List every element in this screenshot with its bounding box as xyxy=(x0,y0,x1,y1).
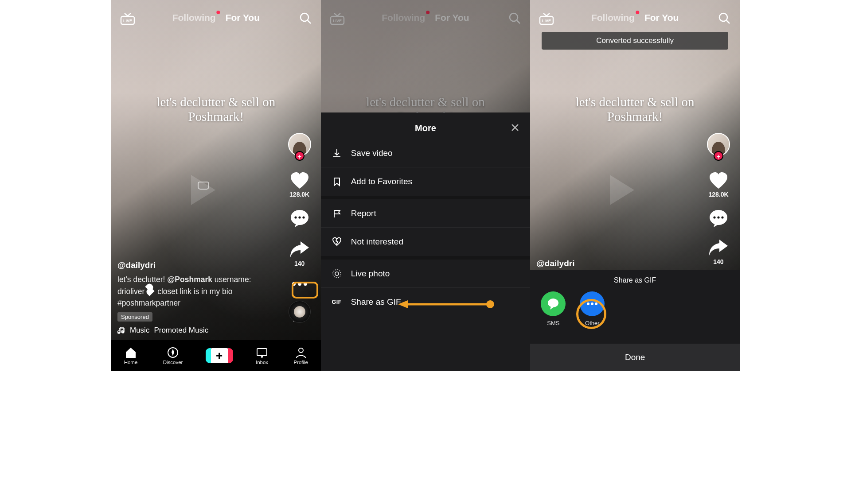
screenshot-1: LIVE Following For You let's declutter &… xyxy=(111,0,321,371)
toast-converted: Converted successfully xyxy=(542,32,728,50)
svg-point-30 xyxy=(548,299,558,307)
svg-point-31 xyxy=(587,302,589,305)
right-rail: + 128.0K 140 xyxy=(286,133,313,323)
search-icon[interactable] xyxy=(718,12,731,27)
live-icon[interactable]: LIVE xyxy=(539,12,554,27)
like-count: 128.0K xyxy=(289,191,309,198)
svg-point-9 xyxy=(303,282,307,286)
svg-text:LIVE: LIVE xyxy=(123,19,132,23)
svg-point-29 xyxy=(721,216,723,218)
screenshot-3: LIVE Following For You Converted success… xyxy=(530,0,740,371)
svg-point-2 xyxy=(301,13,308,21)
comment-button[interactable] xyxy=(290,209,309,229)
svg-point-5 xyxy=(298,216,301,218)
author-handle[interactable]: @dailydri xyxy=(117,260,268,270)
sms-icon xyxy=(541,291,566,316)
svg-point-32 xyxy=(591,302,593,305)
svg-point-7 xyxy=(292,282,295,286)
svg-point-33 xyxy=(595,302,597,305)
comment-button[interactable] xyxy=(709,209,728,227)
share-count: 140 xyxy=(294,260,304,267)
more-sheet: More Save video Add to Favorites Report xyxy=(321,112,531,371)
share-button[interactable]: 140 xyxy=(290,240,309,267)
done-button[interactable]: Done xyxy=(530,344,740,371)
share-target-other[interactable]: Other xyxy=(580,291,605,326)
row-save-video[interactable]: Save video xyxy=(321,139,531,167)
author-handle[interactable]: @dailydri xyxy=(536,259,574,268)
svg-point-25 xyxy=(719,13,727,21)
gif-sheet-title: Share as GIF xyxy=(530,270,740,288)
play-icon[interactable] xyxy=(610,175,634,205)
live-icon[interactable]: LIVE xyxy=(120,12,135,27)
video-meta: @dailydri let's declutter! @Poshmark use… xyxy=(117,260,268,335)
row-add-favorites[interactable]: Add to Favorites xyxy=(321,167,531,196)
tab-following[interactable]: Following xyxy=(591,12,635,23)
svg-point-10 xyxy=(118,332,121,334)
video-caption-overlay: let's declutter & sell on Poshmark! xyxy=(134,95,298,124)
row-report[interactable]: Report xyxy=(321,199,531,228)
svg-point-6 xyxy=(302,216,304,218)
tab-home[interactable]: Home xyxy=(124,347,138,365)
svg-point-18 xyxy=(335,272,339,275)
screenshot-2: LIVE Following For You let's declutter &… xyxy=(321,0,531,371)
more-button[interactable] xyxy=(290,277,309,291)
heartbreak-icon xyxy=(332,237,342,247)
sheet-title: More xyxy=(321,123,531,133)
music-row[interactable]: Music Promoted Music xyxy=(117,326,268,335)
svg-point-28 xyxy=(717,216,719,218)
download-icon xyxy=(332,148,342,158)
livephoto-icon xyxy=(332,269,342,279)
close-icon[interactable] xyxy=(511,123,519,134)
tab-for-you[interactable]: For You xyxy=(226,12,260,23)
share-target-sms[interactable]: SMS xyxy=(541,291,566,326)
svg-point-14 xyxy=(299,348,303,353)
follow-plus-icon[interactable]: + xyxy=(295,151,304,161)
tab-inbox[interactable]: Inbox xyxy=(256,347,268,365)
share-button[interactable]: 140 xyxy=(709,239,728,265)
following-dot-icon xyxy=(217,11,220,14)
tab-following[interactable]: Following xyxy=(172,12,216,23)
tab-discover[interactable]: Discover xyxy=(163,347,183,365)
play-icon[interactable] xyxy=(191,175,215,205)
other-icon xyxy=(580,291,605,316)
flag-icon xyxy=(332,209,342,218)
svg-text:LIVE: LIVE xyxy=(542,19,551,23)
share-gif-sheet: Share as GIF SMS Other Done xyxy=(530,270,740,371)
tab-profile[interactable]: Profile xyxy=(293,347,308,365)
row-not-interested[interactable]: Not interested xyxy=(321,228,531,256)
like-button[interactable]: 128.0K xyxy=(289,172,309,198)
gif-icon: GIF xyxy=(332,299,342,305)
svg-rect-13 xyxy=(257,349,267,356)
sound-disc-icon[interactable] xyxy=(289,301,311,323)
svg-point-8 xyxy=(297,282,301,286)
search-icon[interactable] xyxy=(299,12,312,27)
bookmark-icon xyxy=(332,177,342,186)
follow-plus-icon[interactable]: + xyxy=(714,151,723,161)
white-heart-icon xyxy=(145,287,155,296)
svg-point-27 xyxy=(713,216,715,218)
row-share-gif[interactable]: GIF Share as GIF xyxy=(321,288,531,316)
like-button[interactable]: 128.0K xyxy=(708,172,728,198)
sponsored-badge: Sponsored xyxy=(117,312,152,322)
svg-point-19 xyxy=(333,270,341,278)
create-button[interactable]: + xyxy=(208,348,230,363)
top-header: LIVE Following For You xyxy=(111,10,321,32)
row-live-photo[interactable]: Live photo xyxy=(321,260,531,288)
svg-point-4 xyxy=(294,216,297,218)
video-description[interactable]: let's declutter! @Poshmark username: dri… xyxy=(117,274,268,309)
svg-point-11 xyxy=(122,331,125,333)
bottom-tabbar: Home Discover + Inbox Profile xyxy=(111,340,321,371)
tab-for-you[interactable]: For You xyxy=(644,12,679,23)
